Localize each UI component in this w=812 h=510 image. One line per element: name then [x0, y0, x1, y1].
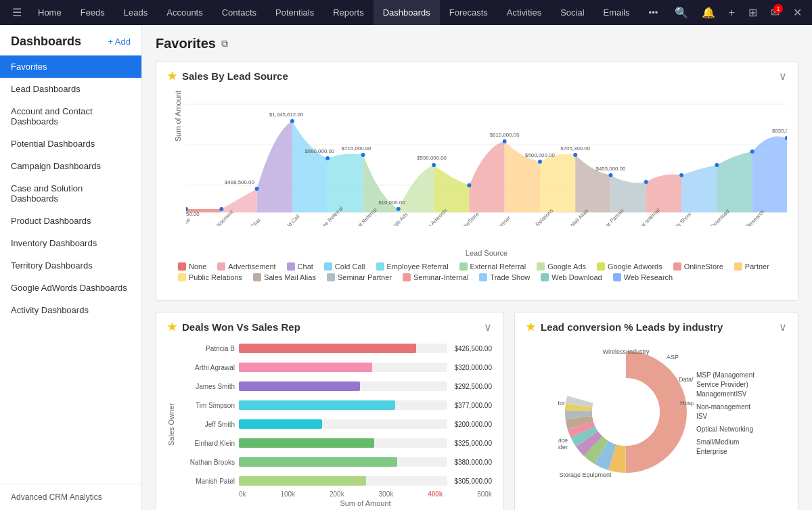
bar-track-nathan: [239, 457, 447, 467]
bar-row-einhard: Einhard Klein $325,000.00: [181, 436, 492, 450]
sidebar-item-google-adwords-dashboards[interactable]: Google AdWords Dashboards: [0, 277, 141, 299]
bar-label-einhard: Einhard Klein: [181, 440, 235, 447]
bar-row-nathan: Nathan Brooks $380,000.00: [181, 455, 492, 469]
nav-reports[interactable]: Reports: [323, 0, 374, 25]
sidebar-item-inventory-dashboards[interactable]: Inventory Dashboards: [0, 232, 141, 254]
svg-text:$705,300.00: $705,300.00: [560, 145, 590, 152]
bar-track-einhard: [239, 438, 447, 448]
bar-fill-arthi: [239, 363, 372, 372]
svg-point-34: [715, 163, 719, 167]
star-icon-deals: ★: [167, 321, 177, 333]
sidebar-item-lead-dashboards[interactable]: Lead Dashboards: [0, 78, 141, 100]
profile-icon-button[interactable]: ✕: [788, 6, 807, 19]
sidebar-item-favorites[interactable]: Favorites: [0, 55, 141, 78]
external-link-icon[interactable]: ⧉: [221, 38, 228, 49]
card-header-lead-conversion: ★ Lead conversion % Leads by industry ∨: [515, 312, 798, 336]
legend-color-none: [178, 262, 186, 271]
svg-text:None: None: [186, 216, 191, 226]
mail-icon-button[interactable]: ✉ 1: [766, 6, 784, 19]
sidebar-item-activity-dashboards[interactable]: Activity Dashboards: [0, 299, 141, 321]
svg-text:$715,000.00: $715,000.00: [342, 145, 371, 152]
nav-emails[interactable]: Emails: [594, 0, 639, 25]
donut-chart: Wireless Industry ASP Data/Telecom OEM H…: [558, 344, 694, 480]
nav-potentials[interactable]: Potentials: [266, 0, 323, 25]
bar-fill-tim: [239, 400, 395, 410]
sales-by-lead-source-card: ★ Sales By Lead Source ∨ Sum of Amount: [156, 61, 798, 301]
svg-text:Partner: Partner: [495, 214, 512, 226]
legend-seminar-partner: Seminar Partner: [327, 273, 392, 281]
sidebar-add-button[interactable]: + Add: [108, 37, 131, 47]
nav-feeds[interactable]: Feeds: [71, 0, 114, 25]
search-icon-button[interactable]: 🔍: [670, 6, 693, 19]
notifications-icon-button[interactable]: 🔔: [697, 6, 720, 19]
svg-point-23: [325, 156, 330, 160]
page-title: Favorites: [156, 36, 216, 51]
legend-color-google-adwords: [597, 262, 605, 271]
bar-label-nathan: Nathan Brooks: [181, 459, 235, 466]
collapse-chevron-icon[interactable]: ∨: [779, 70, 787, 83]
legend-color-external-referral: [459, 262, 468, 271]
legend-color-cold-call: [324, 262, 332, 271]
nav-contacts[interactable]: Contacts: [212, 0, 266, 25]
svg-text:$16,000.00: $16,000.00: [378, 200, 405, 206]
bar-chart-x-axis: 0k 100k 200k 300k 400k 500k: [239, 490, 492, 498]
legend-advertisement: Advertisement: [217, 262, 275, 271]
legend-color-onlinestore: [673, 262, 681, 271]
svg-text:$455,000.00: $455,000.00: [596, 166, 626, 172]
nav-dashboards[interactable]: Dashboards: [374, 0, 440, 25]
svg-text:Systems Integrator: Systems Integrator: [558, 400, 565, 407]
bar-value-arthi: $320,000.00: [454, 364, 492, 371]
x-axis-label-deals: Sum of Amount: [239, 499, 492, 507]
svg-point-28: [503, 139, 507, 143]
donut-right-labels: MSP (Management Service Provider) Manage…: [696, 371, 754, 455]
sidebar-nav: Favorites Lead Dashboards Account and Co…: [0, 53, 141, 484]
bar-label-james: James Smith: [181, 383, 235, 390]
card-title-text-lead-conversion: Lead conversion % Leads by industry: [541, 321, 723, 333]
svg-text:Hospitality: Hospitality: [680, 400, 694, 407]
sales-area-chart: 2M 1M 0M: [186, 91, 787, 226]
nav-home[interactable]: Home: [28, 0, 71, 25]
sidebar-item-case-solution-dashboards[interactable]: Case and Solution Dashboards: [0, 177, 141, 210]
nav-social[interactable]: Social: [551, 0, 593, 25]
svg-text:$1,045,612.00: $1,045,612.00: [269, 112, 304, 118]
sidebar-item-potential-dashboards[interactable]: Potential Dashboards: [0, 133, 141, 155]
sidebar-item-campaign-dashboards[interactable]: Campaign Dashboards: [0, 155, 141, 177]
sidebar-item-account-contact-dashboards[interactable]: Account and Contact Dashboards: [0, 100, 141, 133]
legend-color-trade-show: [479, 273, 487, 281]
card-body-sales-lead: Sum of Amount 2M 1M 0M: [156, 85, 798, 300]
legend-seminar-internal: Seminar-Internal: [403, 273, 468, 281]
card-header-sales-lead: ★ Sales By Lead Source ∨: [156, 62, 798, 85]
hamburger-menu-icon[interactable]: ☰: [5, 6, 28, 19]
svg-point-25: [397, 207, 401, 211]
deals-won-card: ★ Deals Won Vs Sales Rep ∨ Sales Owner: [156, 312, 503, 510]
bar-fill-james: [239, 381, 360, 391]
card-title-text: Sales By Lead Source: [182, 70, 288, 82]
legend-web-download: Web Download: [541, 273, 602, 281]
apps-icon-button[interactable]: ⊞: [744, 6, 762, 19]
star-icon: ★: [167, 70, 177, 83]
collapse-chevron-lead-conversion-icon[interactable]: ∨: [779, 321, 787, 333]
card-body-lead-conversion: Wireless Industry ASP Data/Telecom OEM H…: [515, 336, 798, 496]
svg-text:$835,000.00: $835,000.00: [772, 128, 787, 134]
main-layout: Dashboards + Add Favorites Lead Dashboar…: [0, 25, 812, 510]
sidebar-item-product-dashboards[interactable]: Product Dashboards: [0, 210, 141, 232]
svg-text:$500,000.00: $500,000.00: [525, 152, 555, 158]
card-body-deals: Sales Owner Patricia B: [156, 336, 503, 510]
card-title-deals: ★ Deals Won Vs Sales Rep: [167, 321, 300, 333]
add-icon-button[interactable]: +: [724, 7, 740, 19]
nav-accounts[interactable]: Accounts: [157, 0, 212, 25]
sidebar-item-territory-dashboards[interactable]: Territory Dashboards: [0, 254, 141, 277]
bar-fill-jeff: [239, 419, 322, 429]
nav-forecasts[interactable]: Forecasts: [440, 0, 497, 25]
topnav-right-actions: 🔍 🔔 + ⊞ ✉ 1 ✕: [670, 6, 807, 19]
nav-more[interactable]: •••: [639, 0, 668, 25]
legend-color-advertisement: [217, 262, 225, 271]
nav-leads[interactable]: Leads: [114, 0, 157, 25]
bar-fill-nathan: [239, 457, 397, 467]
legend-sales-mail-alias: Sales Mail Alias: [253, 273, 316, 281]
legend-employee-referral: Employee Referral: [376, 262, 449, 271]
bar-track-manish: [239, 476, 447, 486]
collapse-chevron-deals-icon[interactable]: ∨: [484, 321, 492, 333]
nav-activities[interactable]: Activities: [497, 0, 551, 25]
legend-partner: Partner: [734, 262, 769, 271]
